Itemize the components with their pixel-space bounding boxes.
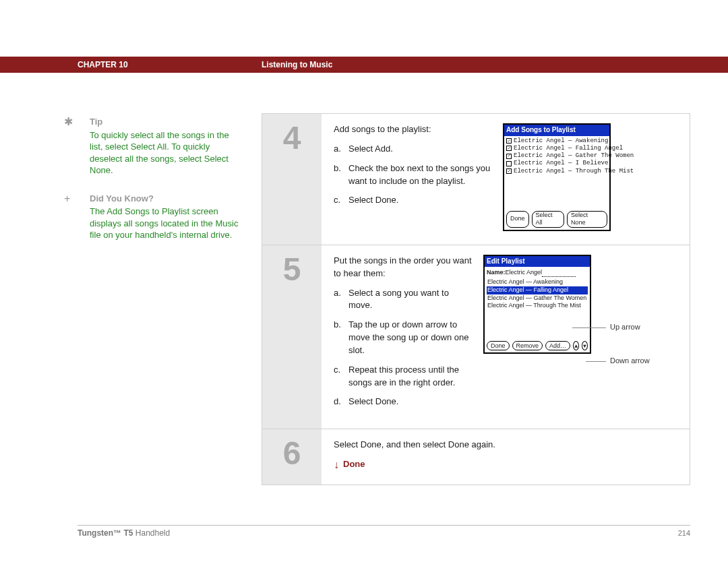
select-none-button[interactable]: Select None: [567, 211, 607, 228]
step-4: 4 Add songs to the playlist: a.Select Ad…: [262, 114, 690, 245]
up-arrow-icon[interactable]: ▲: [573, 341, 579, 350]
plus-icon: +: [64, 191, 70, 206]
chapter-label: CHAPTER 10: [78, 60, 128, 69]
step-number: 5: [262, 245, 322, 429]
add-songs-screen: Add Songs to Playlist ✓Electric Angel — …: [503, 123, 611, 231]
pda-title: Add Songs to Playlist: [504, 125, 609, 136]
chapter-header: CHAPTER 10 Listening to Music: [0, 57, 728, 73]
tip-body: To quickly select all the songs in the l…: [90, 129, 239, 177]
asterisk-icon: ✱: [64, 115, 73, 129]
step-5-text: Put the songs in the order you want to h…: [334, 255, 473, 415]
step-6: 6 Select Done, and then select Done agai…: [262, 429, 690, 485]
checkbox-icon[interactable]: ✓: [506, 168, 512, 174]
remove-button[interactable]: Remove: [512, 341, 543, 350]
step-number: 4: [262, 114, 322, 245]
up-arrow-callout: Up arrow: [610, 322, 640, 333]
did-you-know-heading: Did You Know?: [90, 193, 239, 205]
step-5: 5 Put the songs in the order you want to…: [262, 245, 690, 429]
sidebar: ✱ Tip To quickly select all the songs in…: [78, 116, 239, 257]
edit-playlist-screen: Edit Playlist Name:Electric Angel Electr…: [483, 255, 591, 354]
step-5-intro: Put the songs in the order you want to h…: [334, 255, 473, 280]
step-4-intro: Add songs to the playlist:: [334, 123, 492, 136]
step-4-text: Add songs to the playlist: a.Select Add.…: [334, 123, 492, 231]
step-4-screenshot: Add Songs to Playlist ✓Electric Angel — …: [503, 123, 611, 231]
tip-block: ✱ Tip To quickly select all the songs in…: [78, 116, 239, 177]
song-row[interactable]: ✓Electric Angel — Falling Angel: [506, 145, 607, 152]
down-arrow-done-icon: ↓: [334, 460, 339, 470]
checkbox-icon[interactable]: ✓: [506, 146, 512, 151]
checkbox-icon[interactable]: ✓: [506, 138, 512, 144]
select-all-button[interactable]: Select All: [532, 211, 564, 228]
step-6-text: Select Done, and then select Done again.…: [334, 439, 679, 471]
done-button[interactable]: Done: [506, 211, 529, 228]
song-row[interactable]: ✓Electric Angel — Gather The Women: [506, 152, 607, 160]
footer-product: Tungsten™ T5 Handheld: [78, 528, 170, 538]
pda-title: Edit Playlist: [485, 256, 590, 268]
step-5-screenshot: Edit Playlist Name:Electric Angel Electr…: [483, 255, 679, 415]
playlist-row[interactable]: Electric Angel — Through The Mist: [487, 302, 588, 310]
down-arrow-callout: Down arrow: [610, 356, 650, 367]
step-number: 6: [262, 429, 322, 485]
playlist-name-row: Name:Electric Angel: [485, 267, 590, 277]
page-number: 214: [678, 529, 690, 537]
tip-heading: Tip: [90, 116, 239, 128]
song-row[interactable]: Electric Angel — I Believe: [506, 160, 607, 167]
chapter-title: Listening to Music: [262, 60, 332, 69]
playlist-row[interactable]: Electric Angel — Gather The Women: [487, 294, 588, 303]
down-arrow-icon[interactable]: ▼: [582, 341, 588, 350]
checkbox-icon[interactable]: ✓: [506, 154, 512, 159]
step-6-intro: Select Done, and then select Done again.: [334, 439, 679, 451]
checkbox-icon[interactable]: [506, 161, 512, 166]
steps-container: 4 Add songs to the playlist: a.Select Ad…: [262, 113, 690, 485]
done-indicator: ↓ Done: [334, 458, 679, 471]
did-you-know-body: The Add Songs to Playlist screen display…: [90, 206, 239, 241]
page-footer: Tungsten™ T5 Handheld 214: [78, 525, 690, 538]
playlist-row[interactable]: Electric Angel — Awakening: [487, 278, 588, 286]
done-button[interactable]: Done: [487, 341, 510, 350]
did-you-know-block: + Did You Know? The Add Songs to Playlis…: [78, 193, 239, 241]
add-button[interactable]: Add…: [545, 341, 570, 350]
playlist-row-selected[interactable]: Electric Angel — Falling Angel: [487, 286, 588, 294]
song-row[interactable]: ✓Electric Angel — Awakening: [506, 137, 607, 145]
song-row[interactable]: ✓Electric Angel — Through The Mist: [506, 168, 607, 175]
